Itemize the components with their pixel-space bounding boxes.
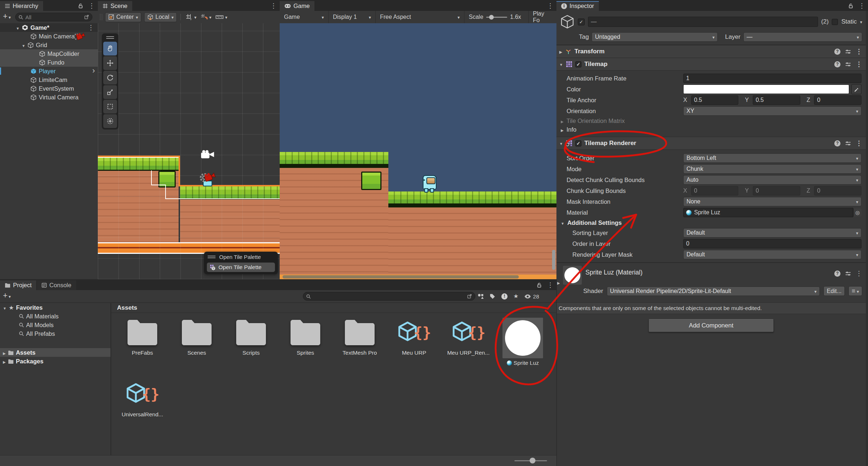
inspector-scrollbar[interactable]	[866, 11, 868, 466]
hierarchy-row-eventsystem[interactable]: EventSystem	[0, 84, 98, 93]
tab-project[interactable]: Project	[0, 280, 36, 290]
gameobject-active-checkbox[interactable]	[578, 18, 585, 25]
color-swatch[interactable]	[683, 84, 849, 94]
virtual-camera-gizmo[interactable]	[199, 171, 216, 186]
gameobject-big-cube-icon[interactable]	[560, 15, 575, 29]
animation-frame-rate-field[interactable]: 1	[683, 74, 861, 83]
lock-icon[interactable]	[848, 3, 854, 9]
camera-gizmo-icon[interactable]	[201, 149, 215, 160]
chevron-down-icon[interactable]	[225, 13, 227, 21]
game-viewport[interactable]	[280, 23, 556, 275]
material-section-header[interactable]: Sprite Luz (Material)	[556, 263, 866, 286]
shader-edit-button[interactable]: Edit...	[823, 286, 845, 296]
increment-snap-button[interactable]	[216, 13, 227, 21]
transform-component-header[interactable]: Transform	[556, 45, 866, 58]
search-window-icon[interactable]	[84, 15, 89, 20]
material-list-button[interactable]	[848, 286, 862, 296]
aspect-dropdown[interactable]: Free Aspect	[376, 11, 464, 23]
component-menu-icon[interactable]	[856, 48, 862, 55]
sort-order-dropdown[interactable]: Bottom Left	[683, 153, 861, 163]
foldout-open-icon[interactable]	[559, 140, 563, 147]
help-icon[interactable]	[834, 271, 840, 277]
handle-rotation-dropdown[interactable]: Local	[144, 12, 177, 22]
tile-palette-overlay-header[interactable]: Open Tile Palette	[204, 252, 278, 262]
tile-orientation-matrix-foldout[interactable]: Tile Orientation Matrix	[556, 116, 866, 125]
asset-item-renderer[interactable]: Meu URP_Ren...	[441, 318, 496, 356]
tile-anchor-z-field[interactable]: 0	[814, 95, 861, 105]
tile-anchor-y-field[interactable]: 0.5	[753, 95, 800, 105]
asset-item-folder[interactable]: TextMesh Pro	[333, 318, 387, 356]
tree-all-materials[interactable]: All Materials	[0, 312, 110, 321]
hand-tool-button[interactable]	[103, 42, 117, 55]
game-vertical-scrollbar[interactable]	[552, 250, 555, 270]
display-dropdown[interactable]: Display 1	[329, 11, 376, 23]
hierarchy-row-grid[interactable]: Grid	[0, 41, 98, 49]
scale-slider-thumb[interactable]	[489, 15, 494, 20]
hierarchy-menu-icon[interactable]	[88, 2, 95, 10]
presets-icon[interactable]	[845, 49, 851, 54]
asset-item-folder[interactable]: Sprites	[278, 318, 333, 356]
add-component-button[interactable]: Add Component	[648, 319, 774, 332]
tilemap-component-header[interactable]: Tilemap	[556, 58, 866, 71]
save-search-icon[interactable]	[513, 293, 518, 300]
detect-chunk-culling-dropdown[interactable]: Auto	[683, 175, 861, 185]
tilemap-renderer-enabled-checkbox[interactable]	[575, 140, 581, 147]
hierarchy-row-limitecam[interactable]: LimiteCam	[0, 75, 98, 84]
mask-interaction-dropdown[interactable]: None	[683, 197, 861, 206]
thumbnail-size-slider[interactable]	[514, 460, 547, 461]
scene-row-menu-icon[interactable]	[88, 24, 94, 32]
foldout-icon[interactable]	[3, 349, 6, 356]
prefab-expand-icon[interactable]	[92, 66, 95, 75]
gameobject-name-field[interactable]: —	[588, 17, 818, 27]
rect-tool-button[interactable]	[103, 100, 117, 114]
pivot-mode-dropdown[interactable]: Center	[105, 12, 141, 22]
scale-slider[interactable]	[486, 17, 507, 18]
component-menu-icon[interactable]	[856, 139, 862, 147]
tree-assets[interactable]: Assets	[0, 348, 110, 357]
snap-settings-button[interactable]	[201, 13, 211, 21]
asset-item-material[interactable]: Sprite Luz	[496, 318, 550, 366]
create-object-button[interactable]	[3, 13, 11, 21]
assets-breadcrumb[interactable]: Assets	[111, 303, 556, 313]
tab-console[interactable]: Console	[37, 280, 76, 290]
tilemap-enabled-checkbox[interactable]	[575, 61, 581, 67]
presets-icon[interactable]	[845, 62, 851, 67]
tab-hierarchy[interactable]: Hierarchy	[0, 1, 43, 11]
tab-inspector[interactable]: Inspector	[556, 1, 599, 11]
asset-item-folder[interactable]: PreFabs	[115, 318, 170, 356]
tag-dropdown[interactable]: Untagged	[592, 32, 718, 42]
foldout-open-icon[interactable]	[16, 24, 20, 31]
material-preview-thumb[interactable]	[563, 266, 582, 285]
toolbar-handle[interactable]	[100, 14, 102, 20]
material-object-field[interactable]: Sprite Luz	[683, 208, 853, 217]
filter-by-label-icon[interactable]	[490, 293, 496, 299]
game-menu-icon[interactable]	[547, 2, 554, 10]
tree-all-models[interactable]: All Models	[0, 321, 110, 329]
hierarchy-row-virtual-camera[interactable]: Virtual Camera	[0, 93, 98, 102]
move-tool-button[interactable]	[103, 56, 117, 70]
rendering-layer-mask-dropdown[interactable]: Default	[683, 250, 861, 259]
transform-tool-button[interactable]	[103, 114, 117, 128]
foldout-open-icon[interactable]	[22, 42, 25, 49]
foldout-open-icon[interactable]	[559, 61, 563, 68]
component-menu-icon[interactable]	[856, 60, 862, 68]
hierarchy-row-player[interactable]: Player	[0, 67, 98, 75]
presets-icon[interactable]	[845, 141, 851, 146]
rotate-tool-button[interactable]	[103, 71, 117, 84]
foldout-icon[interactable]	[559, 48, 562, 55]
tree-all-prefabs[interactable]: All Prefabs	[0, 329, 110, 338]
help-icon[interactable]	[834, 61, 840, 67]
play-focused-dropdown[interactable]: Play Fo	[529, 11, 556, 23]
open-tile-palette-button[interactable]: Open Tile Palette	[207, 263, 275, 272]
filter-by-type-icon[interactable]	[477, 293, 484, 299]
asset-item-folder[interactable]: Scenes	[170, 318, 224, 356]
tool-strip-handle[interactable]	[106, 35, 114, 41]
layer-dropdown[interactable]: —	[743, 32, 862, 42]
hierarchy-row-mapcollider[interactable]: MapCollider	[0, 49, 98, 58]
asset-item-renderer[interactable]: UniversalRend...	[115, 379, 170, 418]
scene-viewport[interactable]: Open Tile Palette Open Tile Palette	[98, 23, 280, 279]
tile-anchor-x-field[interactable]: 0.5	[691, 95, 739, 105]
tree-favorites[interactable]: Favorites	[0, 303, 110, 312]
orientation-dropdown[interactable]: XY	[683, 106, 861, 116]
lock-icon[interactable]	[537, 283, 542, 288]
